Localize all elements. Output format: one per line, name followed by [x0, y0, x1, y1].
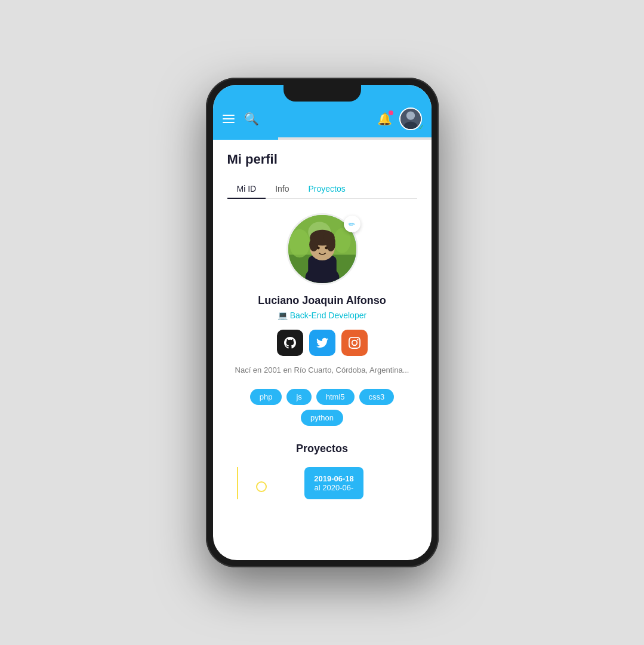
instagram-button[interactable] [341, 330, 368, 356]
project-date-start: 2019-06-18 [314, 474, 354, 483]
instagram-icon [349, 337, 360, 349]
svg-point-6 [334, 228, 351, 253]
project-date-end: al 2020-06- [314, 483, 354, 492]
phone-screen: 🔍 🔔 ✓ [213, 85, 432, 560]
svg-point-20 [316, 247, 319, 250]
header-avatar-svg [400, 109, 421, 129]
github-icon [284, 337, 296, 349]
svg-point-21 [325, 247, 328, 250]
timeline-dot [256, 481, 267, 492]
timeline-item: 2019-06-18 al 2020-06- [251, 467, 417, 499]
search-button[interactable]: 🔍 [244, 112, 259, 126]
twitter-icon [316, 337, 328, 349]
notification-bell[interactable]: 🔔 [377, 112, 392, 126]
notification-dot [389, 110, 393, 115]
navbar-right: 🔔 ✓ [377, 108, 422, 130]
github-button[interactable] [277, 330, 303, 356]
profile-bio: Nací en 2001 en Río Cuarto, Córdoba, Arg… [235, 366, 409, 374]
phone-frame: 🔍 🔔 ✓ [206, 78, 439, 567]
header-avatar[interactable]: ✓ [399, 108, 422, 130]
skill-js[interactable]: js [286, 389, 311, 405]
skill-python[interactable]: python [301, 410, 343, 426]
tab-mi-id[interactable]: Mi ID [227, 179, 266, 198]
tabs: Mi ID Info Proyectos [227, 179, 417, 199]
main-content: Mi perfil Mi ID Info Proyectos [213, 140, 432, 560]
timeline-line [237, 467, 238, 499]
avatar-checkmark: ✓ [418, 123, 424, 131]
page-title: Mi perfil [227, 152, 417, 167]
skill-html5[interactable]: html5 [316, 389, 355, 405]
tab-info[interactable]: Info [266, 179, 298, 198]
projects-title: Proyectos [227, 443, 417, 455]
skill-css3[interactable]: css3 [359, 389, 395, 405]
profile-section: ✏ Luciano Joaquin Alfonso 💻 Back-End Dev… [227, 213, 417, 506]
skill-php[interactable]: php [250, 389, 282, 405]
edit-avatar-button[interactable]: ✏ [344, 216, 360, 232]
svg-point-5 [289, 229, 309, 258]
profile-name: Luciano Joaquin Alfonso [258, 294, 386, 307]
tab-proyectos[interactable]: Proyectos [299, 179, 355, 198]
timeline: 2019-06-18 al 2020-06- [227, 467, 417, 499]
project-card[interactable]: 2019-06-18 al 2020-06- [304, 467, 363, 499]
phone-notch [284, 85, 361, 102]
profile-role: 💻 Back-End Developer [278, 311, 366, 320]
projects-section: Proyectos 2019-06-18 al 2020-06- [227, 443, 417, 506]
navbar-left: 🔍 [223, 112, 259, 126]
profile-avatar-wrapper: ✏ [286, 213, 358, 285]
svg-point-1 [406, 111, 414, 119]
social-icons [277, 330, 368, 356]
twitter-button[interactable] [309, 330, 335, 356]
skills-section: php js html5 css3 python [227, 389, 417, 426]
svg-point-19 [327, 237, 335, 245]
menu-button[interactable] [223, 115, 235, 123]
